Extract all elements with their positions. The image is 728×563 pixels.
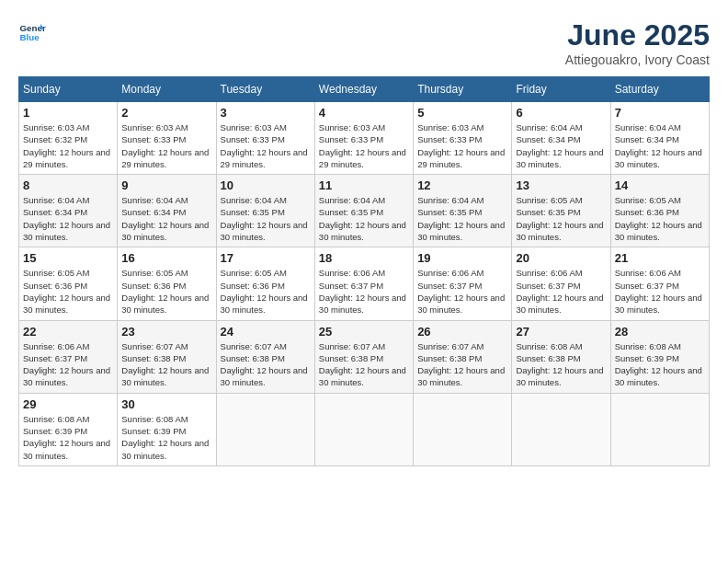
day-detail: Sunrise: 6:08 AMSunset: 6:38 PMDaylight:…: [516, 341, 603, 388]
day-number: 1: [23, 106, 113, 120]
svg-text:Blue: Blue: [20, 32, 40, 42]
title-area: June 2025 Attiegouakro, Ivory Coast: [565, 18, 710, 67]
day-detail: Sunrise: 6:07 AMSunset: 6:38 PMDaylight:…: [319, 341, 406, 388]
day-detail: Sunrise: 6:04 AMSunset: 6:35 PMDaylight:…: [319, 195, 406, 242]
day-detail: Sunrise: 6:03 AMSunset: 6:33 PMDaylight:…: [319, 122, 406, 169]
table-row: 13 Sunrise: 6:05 AMSunset: 6:35 PMDaylig…: [512, 175, 610, 247]
table-row: 27 Sunrise: 6:08 AMSunset: 6:38 PMDaylig…: [512, 320, 610, 393]
day-number: 17: [221, 251, 311, 265]
day-detail: Sunrise: 6:04 AMSunset: 6:34 PMDaylight:…: [23, 195, 110, 242]
col-tuesday: Tuesday: [216, 77, 314, 102]
table-row: 19 Sunrise: 6:06 AMSunset: 6:37 PMDaylig…: [414, 247, 512, 320]
day-number: 21: [615, 251, 705, 265]
day-number: 18: [319, 251, 409, 265]
day-number: 27: [516, 325, 606, 339]
col-wednesday: Wednesday: [314, 77, 413, 102]
table-row: 24 Sunrise: 6:07 AMSunset: 6:38 PMDaylig…: [216, 320, 314, 393]
day-number: 7: [615, 106, 705, 120]
col-thursday: Thursday: [414, 77, 512, 102]
calendar-title: June 2025: [565, 18, 710, 52]
table-row: 21 Sunrise: 6:06 AMSunset: 6:37 PMDaylig…: [610, 247, 709, 320]
table-row: 22 Sunrise: 6:06 AMSunset: 6:37 PMDaylig…: [19, 320, 118, 393]
day-detail: Sunrise: 6:07 AMSunset: 6:38 PMDaylight:…: [121, 341, 209, 388]
day-number: 5: [417, 106, 507, 120]
table-row: 12 Sunrise: 6:04 AMSunset: 6:35 PMDaylig…: [414, 175, 512, 247]
table-row: 18 Sunrise: 6:06 AMSunset: 6:37 PMDaylig…: [314, 247, 413, 320]
table-row: 16 Sunrise: 6:05 AMSunset: 6:36 PMDaylig…: [118, 247, 216, 320]
day-detail: Sunrise: 6:03 AMSunset: 6:33 PMDaylight:…: [417, 122, 505, 169]
day-detail: Sunrise: 6:04 AMSunset: 6:34 PMDaylight:…: [516, 122, 603, 169]
day-detail: Sunrise: 6:08 AMSunset: 6:39 PMDaylight:…: [121, 414, 209, 461]
table-row: 5 Sunrise: 6:03 AMSunset: 6:33 PMDayligh…: [414, 102, 512, 175]
day-detail: Sunrise: 6:06 AMSunset: 6:37 PMDaylight:…: [417, 268, 505, 315]
day-number: 13: [516, 178, 606, 192]
day-detail: Sunrise: 6:05 AMSunset: 6:36 PMDaylight:…: [23, 268, 110, 315]
table-row: 14 Sunrise: 6:05 AMSunset: 6:36 PMDaylig…: [610, 175, 709, 247]
col-friday: Friday: [512, 77, 610, 102]
day-number: 26: [417, 325, 507, 339]
day-number: 29: [23, 397, 113, 411]
day-detail: Sunrise: 6:04 AMSunset: 6:35 PMDaylight:…: [221, 195, 308, 242]
table-row: 8 Sunrise: 6:04 AMSunset: 6:34 PMDayligh…: [19, 175, 118, 247]
table-row: 3 Sunrise: 6:03 AMSunset: 6:33 PMDayligh…: [216, 102, 314, 175]
day-number: 11: [319, 178, 409, 192]
logo: General Blue: [18, 18, 46, 46]
day-number: 12: [417, 178, 507, 192]
day-number: 22: [23, 325, 113, 339]
day-number: 9: [121, 178, 211, 192]
day-detail: Sunrise: 6:08 AMSunset: 6:39 PMDaylight:…: [23, 414, 110, 461]
table-row: 10 Sunrise: 6:04 AMSunset: 6:35 PMDaylig…: [216, 175, 314, 247]
day-detail: Sunrise: 6:07 AMSunset: 6:38 PMDaylight:…: [417, 341, 505, 388]
table-row: 29 Sunrise: 6:08 AMSunset: 6:39 PMDaylig…: [19, 393, 118, 465]
day-detail: Sunrise: 6:06 AMSunset: 6:37 PMDaylight:…: [516, 268, 603, 315]
day-detail: Sunrise: 6:03 AMSunset: 6:32 PMDaylight:…: [23, 122, 110, 169]
day-number: 19: [417, 251, 507, 265]
day-detail: Sunrise: 6:04 AMSunset: 6:34 PMDaylight:…: [121, 195, 209, 242]
table-row: 15 Sunrise: 6:05 AMSunset: 6:36 PMDaylig…: [19, 247, 118, 320]
day-detail: Sunrise: 6:08 AMSunset: 6:39 PMDaylight:…: [615, 341, 702, 388]
day-detail: Sunrise: 6:06 AMSunset: 6:37 PMDaylight:…: [23, 341, 110, 388]
day-detail: Sunrise: 6:05 AMSunset: 6:36 PMDaylight:…: [221, 268, 308, 315]
day-number: 28: [615, 325, 705, 339]
table-row: 17 Sunrise: 6:05 AMSunset: 6:36 PMDaylig…: [216, 247, 314, 320]
page-header: General Blue June 2025 Attiegouakro, Ivo…: [18, 18, 710, 67]
calendar-subtitle: Attiegouakro, Ivory Coast: [565, 52, 710, 67]
table-row: 1 Sunrise: 6:03 AMSunset: 6:32 PMDayligh…: [19, 102, 118, 175]
day-detail: Sunrise: 6:04 AMSunset: 6:34 PMDaylight:…: [615, 122, 702, 169]
day-number: 25: [319, 325, 409, 339]
day-number: 3: [221, 106, 311, 120]
day-number: 14: [615, 178, 705, 192]
day-detail: Sunrise: 6:04 AMSunset: 6:35 PMDaylight:…: [417, 195, 505, 242]
table-row: 20 Sunrise: 6:06 AMSunset: 6:37 PMDaylig…: [512, 247, 610, 320]
day-number: 30: [121, 397, 211, 411]
calendar-table: Sunday Monday Tuesday Wednesday Thursday…: [18, 76, 710, 466]
day-number: 8: [23, 178, 113, 192]
day-detail: Sunrise: 6:05 AMSunset: 6:36 PMDaylight:…: [121, 268, 209, 315]
day-detail: Sunrise: 6:07 AMSunset: 6:38 PMDaylight:…: [221, 341, 308, 388]
empty-cell: [216, 393, 314, 465]
day-detail: Sunrise: 6:05 AMSunset: 6:36 PMDaylight:…: [615, 195, 702, 242]
col-sunday: Sunday: [19, 77, 118, 102]
table-row: 23 Sunrise: 6:07 AMSunset: 6:38 PMDaylig…: [118, 320, 216, 393]
day-number: 6: [516, 106, 606, 120]
day-number: 23: [121, 325, 211, 339]
table-row: 28 Sunrise: 6:08 AMSunset: 6:39 PMDaylig…: [610, 320, 709, 393]
day-detail: Sunrise: 6:03 AMSunset: 6:33 PMDaylight:…: [121, 122, 209, 169]
table-row: 30 Sunrise: 6:08 AMSunset: 6:39 PMDaylig…: [118, 393, 216, 465]
table-row: 2 Sunrise: 6:03 AMSunset: 6:33 PMDayligh…: [118, 102, 216, 175]
day-number: 10: [221, 178, 311, 192]
day-number: 2: [121, 106, 211, 120]
day-number: 15: [23, 251, 113, 265]
calendar-header-row: Sunday Monday Tuesday Wednesday Thursday…: [19, 77, 710, 102]
empty-cell: [512, 393, 610, 465]
table-row: 6 Sunrise: 6:04 AMSunset: 6:34 PMDayligh…: [512, 102, 610, 175]
day-detail: Sunrise: 6:03 AMSunset: 6:33 PMDaylight:…: [221, 122, 308, 169]
empty-cell: [610, 393, 709, 465]
empty-cell: [314, 393, 413, 465]
day-number: 4: [319, 106, 409, 120]
day-detail: Sunrise: 6:06 AMSunset: 6:37 PMDaylight:…: [319, 268, 406, 315]
table-row: 9 Sunrise: 6:04 AMSunset: 6:34 PMDayligh…: [118, 175, 216, 247]
table-row: 26 Sunrise: 6:07 AMSunset: 6:38 PMDaylig…: [414, 320, 512, 393]
table-row: 7 Sunrise: 6:04 AMSunset: 6:34 PMDayligh…: [610, 102, 709, 175]
logo-icon: General Blue: [18, 18, 46, 46]
